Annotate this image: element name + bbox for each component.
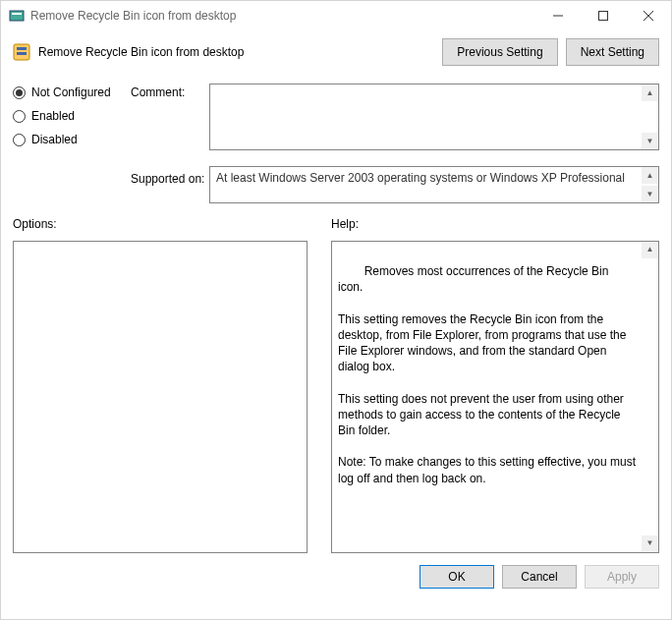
radio-disabled[interactable]: Disabled [13,133,131,146]
radio-label: Not Configured [31,85,111,99]
svg-rect-7 [17,47,27,50]
maximize-button[interactable] [581,1,626,30]
help-pane: Removes most occurrences of the Recycle … [331,241,659,553]
help-text: Removes most occurrences of the Recycle … [338,264,639,484]
setting-title: Remove Recycle Bin icon from desktop [38,45,442,59]
svg-rect-8 [17,52,27,55]
help-label: Help: [331,217,659,231]
scroll-down-icon[interactable]: ▼ [642,535,658,552]
app-icon [9,8,25,24]
apply-button: Apply [585,565,659,589]
close-button[interactable] [626,1,671,30]
supported-on-text: At least Windows Server 2003 operating s… [216,171,625,185]
supported-on-field: At least Windows Server 2003 operating s… [209,166,659,203]
svg-rect-3 [599,12,608,21]
scroll-up-icon[interactable]: ▲ [642,242,658,258]
cancel-button[interactable]: Cancel [502,565,577,589]
radio-icon [13,86,26,99]
next-setting-button[interactable]: Next Setting [566,38,659,66]
window-title: Remove Recycle Bin icon from desktop [30,9,535,23]
options-pane [13,241,308,553]
titlebar: Remove Recycle Bin icon from desktop [1,1,671,30]
scroll-up-icon[interactable]: ▲ [642,85,658,101]
previous-setting-button[interactable]: Previous Setting [442,38,557,66]
svg-rect-0 [10,11,24,21]
radio-label: Enabled [31,109,75,123]
comment-label: Comment: [131,84,209,156]
radio-enabled[interactable]: Enabled [13,109,131,123]
state-radio-group: Not Configured Enabled Disabled [13,84,131,156]
scroll-down-icon[interactable]: ▼ [642,133,658,149]
options-label: Options: [13,217,308,231]
comment-textarea[interactable]: ▲ ▼ [209,84,659,150]
minimize-button[interactable] [535,1,581,30]
setting-icon [13,43,30,61]
radio-label: Disabled [31,133,78,146]
dialog-footer: OK Cancel Apply [1,553,671,600]
ok-button[interactable]: OK [420,565,494,589]
radio-not-configured[interactable]: Not Configured [13,85,131,99]
radio-icon [13,110,26,123]
supported-label: Supported on: [131,166,209,203]
svg-rect-1 [12,13,22,15]
scroll-down-icon[interactable]: ▼ [642,186,658,202]
scroll-up-icon[interactable]: ▲ [642,167,658,184]
radio-icon [13,134,26,146]
